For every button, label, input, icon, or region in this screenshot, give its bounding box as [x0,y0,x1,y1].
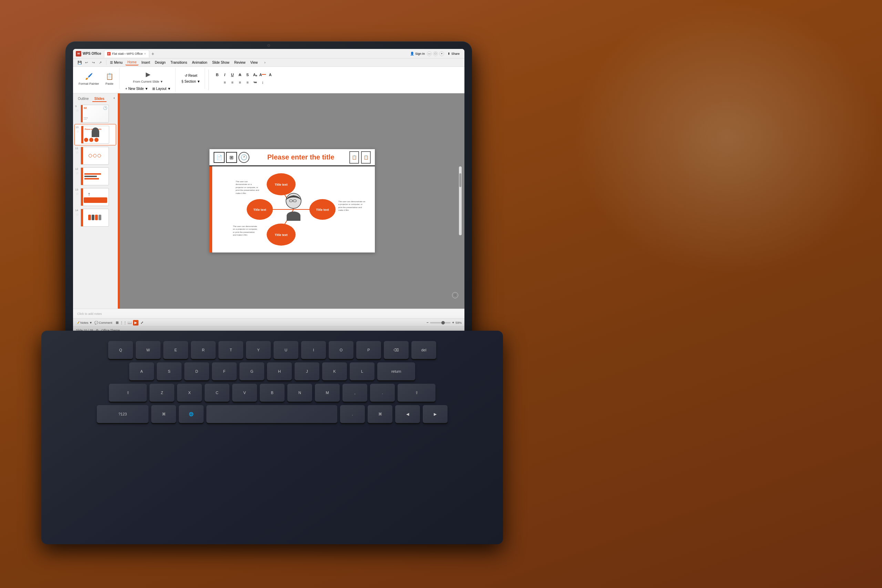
align-center-button[interactable]: ≡ [229,79,236,86]
key-d[interactable]: D [184,362,209,380]
slide-thumb-14[interactable]: 14 ☆ [74,207,116,228]
key-period[interactable]: . [370,384,395,402]
signin-button[interactable]: 👤 Sign In [408,51,427,56]
format-painter-button[interactable]: 🖌️ Format Painter [76,70,101,87]
key-space[interactable] [206,405,337,423]
key-x[interactable]: X [177,384,202,402]
shadow-button[interactable]: S [244,71,251,78]
key-z[interactable]: Z [150,384,174,402]
texteffect-button[interactable]: A [267,71,273,78]
align-left-button[interactable]: ≡ [221,79,228,86]
notes-button[interactable]: 📝 Notes ▼ [76,321,92,324]
key-shift-right[interactable]: ⇧ [398,384,435,402]
outline-tab[interactable]: Outline [76,96,91,102]
slide-star-13[interactable]: ☆ [76,192,79,196]
menu-animation[interactable]: Animation [190,60,209,65]
slideshow-view-btn[interactable]: ▶ [133,320,138,326]
align-right-button[interactable]: ≡ [236,79,243,86]
zoom-slider[interactable] [430,322,451,324]
bold-button[interactable]: B [214,71,220,78]
key-c[interactable]: C [205,384,230,402]
strikethrough-button[interactable]: A [236,71,243,78]
reader-view-btn[interactable]: 📖 [127,320,132,326]
key-j[interactable]: J [295,362,320,380]
add-slide-button[interactable]: + [452,292,458,298]
comment-button[interactable]: 💬 Comment [94,321,112,324]
close-button[interactable]: × [439,51,444,56]
slide-star-14[interactable]: ☆ [76,213,79,216]
menu-review[interactable]: Review [232,60,248,65]
key-b[interactable]: B [260,384,285,402]
key-s[interactable]: S [157,362,182,380]
grid-view-btn[interactable]: ⋮⋮ [121,320,126,326]
key-f[interactable]: F [212,362,237,380]
menu-transitions[interactable]: Transitions [168,60,189,65]
key-y[interactable]: Y [246,341,271,359]
slide-thumb-11[interactable]: 11 ☆ [74,146,116,166]
slide-star-10[interactable]: ☆ [76,129,79,133]
layout-button[interactable]: ⊞ Layout ▼ [150,86,172,92]
maximize-button[interactable]: □ [433,51,438,56]
menu-insert[interactable]: Insert [139,60,152,65]
undo-button[interactable]: ↩ [83,60,90,66]
key-shift-left[interactable]: ⇧ [109,384,147,402]
key-emoji[interactable]: 🌐 [179,405,204,423]
zoom-in-btn[interactable]: + [452,321,454,324]
zoom-out-btn[interactable]: − [426,321,429,324]
key-delete[interactable]: del [411,341,436,359]
slide-title[interactable]: Please enter the title [252,153,350,161]
key-l[interactable]: L [350,362,375,380]
key-a[interactable]: A [129,362,154,380]
new-tab-btn[interactable]: + [150,51,156,57]
menu-slideshow[interactable]: Slide Show [210,60,231,65]
key-num[interactable]: ?123 [97,405,148,423]
collapse-panel-btn[interactable]: ‹ [114,96,115,102]
spacing-button[interactable]: Aₐ [252,71,258,78]
redo-button[interactable]: ↪ [90,60,96,66]
menu-menu[interactable]: ☰ Menu [108,60,125,65]
vertical-scrollbar[interactable] [459,166,462,235]
slide-star-12[interactable]: ☆ [76,171,79,175]
key-i[interactable]: I [301,341,326,359]
paste-button[interactable]: 📋 Paste [103,70,117,87]
normal-view-btn[interactable]: ⊞ [114,320,120,326]
slides-tab[interactable]: Slides [92,96,106,102]
key-n[interactable]: N [287,384,312,402]
key-arrow-left[interactable]: ◀ [395,405,420,423]
menu-view[interactable]: View [248,60,260,65]
key-period2[interactable]: . [340,405,365,423]
key-p[interactable]: P [356,341,381,359]
key-v[interactable]: V [232,384,257,402]
key-enter[interactable]: return [377,362,415,380]
save-button[interactable]: 💾 [76,60,82,66]
list-button[interactable]: ≔ [252,79,258,86]
key-e[interactable]: E [163,341,188,359]
key-comma[interactable]: , [342,384,367,402]
minimize-button[interactable]: — [427,51,432,56]
more-btn[interactable]: › [262,60,268,66]
key-o[interactable]: O [328,341,354,359]
key-q[interactable]: Q [108,341,133,359]
underline-button[interactable]: U [229,71,236,78]
tab-close-icon[interactable]: × [144,52,146,56]
align-justify-button[interactable]: ≡ [244,79,251,86]
key-t[interactable]: T [218,341,243,359]
linespacing-button[interactable]: ↕ [259,79,266,86]
notes-area[interactable]: Click to add notes [73,309,464,318]
slide-thumb-12[interactable]: 12 ☆ [74,166,116,187]
key-back[interactable]: ⌫ [384,341,409,359]
key-cmd-left[interactable]: ⌘ [151,405,176,423]
new-slide-button[interactable]: ▶ From Current Slide ▼ [131,68,165,85]
menu-home[interactable]: Home [125,60,139,66]
key-r[interactable]: R [191,341,216,359]
key-cmd-right[interactable]: ⌘ [368,405,392,423]
cursor-button[interactable]: ↗ [97,60,104,66]
fontcolor-button[interactable]: A [259,71,266,78]
tablet-screen[interactable]: W WPS Office P Flat stati—WPS Office × +… [73,49,464,333]
slide-thumb-10[interactable]: 10 ☆ Please enter the title [74,124,116,146]
slide-panel[interactable]: Outline Slides ‹ 9 ☆ [73,93,118,309]
key-k[interactable]: K [322,362,347,380]
key-u[interactable]: U [273,341,298,359]
slide-thumb-9[interactable]: 9 ☆ 02 🕐 Teachingproject [74,104,116,124]
slide-star-11[interactable]: ☆ [76,150,79,154]
